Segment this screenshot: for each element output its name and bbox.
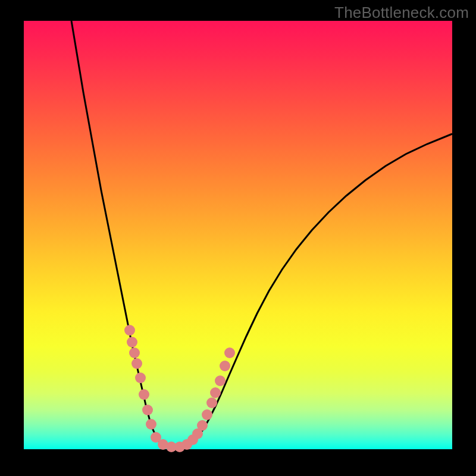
curve-marker [139,389,149,400]
curve-marker [206,397,217,408]
curve-marker [131,358,142,369]
curve-marker [127,337,137,347]
chart-frame: TheBottleneck.com [0,0,476,476]
curve-markers [124,325,235,452]
chart-svg [24,21,452,449]
curve-marker [220,361,230,371]
curve-marker [197,420,208,431]
curve-marker [215,375,226,386]
bottleneck-curve [71,21,452,448]
curve-marker [124,325,135,336]
curve-marker [129,347,140,358]
curve-marker [146,419,156,430]
curve-marker [135,372,146,383]
curve-marker [210,387,221,398]
plot-area [24,21,452,449]
curve-marker [224,347,235,358]
curve-marker [142,405,153,415]
watermark-text: TheBottleneck.com [334,4,469,22]
curve-marker [202,409,212,420]
